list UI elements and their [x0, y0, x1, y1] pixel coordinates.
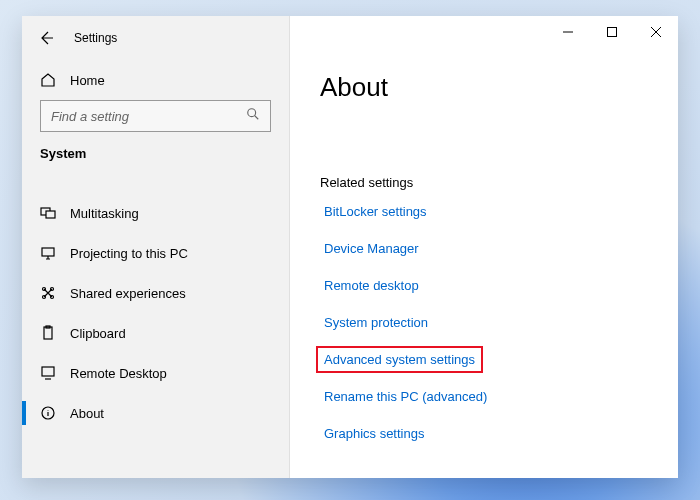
nav-item-label: Shared experiences	[70, 286, 186, 301]
link-system-protection[interactable]: System protection	[320, 313, 432, 332]
settings-window: Settings Home System	[22, 16, 678, 478]
arrow-left-icon	[38, 30, 54, 46]
window-controls	[546, 16, 678, 48]
nav-list: Multitasking Projecting to this PC Share…	[22, 193, 289, 433]
sidebar: Settings Home System	[22, 16, 290, 478]
nav-item-label: Clipboard	[70, 326, 126, 341]
projecting-icon	[40, 245, 56, 261]
sidebar-item-about[interactable]: About	[22, 393, 289, 433]
close-button[interactable]	[634, 16, 678, 48]
svg-rect-10	[42, 367, 54, 376]
link-rename-pc-advanced[interactable]: Rename this PC (advanced)	[320, 387, 491, 406]
back-button[interactable]	[36, 28, 56, 48]
svg-rect-12	[608, 28, 617, 37]
home-label: Home	[70, 73, 105, 88]
window-title: Settings	[74, 31, 117, 45]
nav-item-label: Multitasking	[70, 206, 139, 221]
nav-item-label: Remote Desktop	[70, 366, 167, 381]
nav-item-label: Projecting to this PC	[70, 246, 188, 261]
link-graphics-settings[interactable]: Graphics settings	[320, 424, 428, 443]
search-input[interactable]	[51, 109, 246, 124]
sidebar-section-label: System	[22, 146, 289, 171]
sidebar-item-multitasking[interactable]: Multitasking	[22, 193, 289, 233]
sidebar-item-remote-desktop[interactable]: Remote Desktop	[22, 353, 289, 393]
minimize-icon	[563, 27, 573, 37]
link-bitlocker-settings[interactable]: BitLocker settings	[320, 202, 431, 221]
related-settings-label: Related settings	[320, 175, 678, 190]
search-container	[22, 100, 289, 146]
remote-desktop-icon	[40, 365, 56, 381]
maximize-icon	[607, 27, 617, 37]
spacer	[22, 171, 289, 193]
main-panel: About Related settings BitLocker setting…	[290, 16, 678, 478]
minimize-button[interactable]	[546, 16, 590, 48]
maximize-button[interactable]	[590, 16, 634, 48]
sidebar-item-projecting[interactable]: Projecting to this PC	[22, 233, 289, 273]
info-icon	[40, 405, 56, 421]
content: About Related settings BitLocker setting…	[290, 16, 678, 443]
svg-rect-3	[42, 248, 54, 256]
link-list: BitLocker settings Device Manager Remote…	[320, 202, 678, 443]
link-remote-desktop[interactable]: Remote desktop	[320, 276, 423, 295]
home-icon	[40, 72, 56, 88]
search-icon	[246, 107, 260, 125]
shared-icon	[40, 285, 56, 301]
link-device-manager[interactable]: Device Manager	[320, 239, 423, 258]
search-box[interactable]	[40, 100, 271, 132]
svg-point-0	[248, 109, 256, 117]
svg-rect-2	[46, 211, 55, 218]
svg-rect-8	[44, 327, 52, 339]
spacer	[320, 103, 678, 175]
sidebar-item-clipboard[interactable]: Clipboard	[22, 313, 289, 353]
sidebar-item-shared-experiences[interactable]: Shared experiences	[22, 273, 289, 313]
close-icon	[651, 27, 661, 37]
clipboard-icon	[40, 325, 56, 341]
header-row: Settings	[22, 16, 289, 60]
nav-item-label: About	[70, 406, 104, 421]
link-advanced-system-settings[interactable]: Advanced system settings	[320, 350, 479, 369]
page-title: About	[320, 72, 678, 103]
sidebar-item-home[interactable]: Home	[22, 60, 289, 100]
multitasking-icon	[40, 205, 56, 221]
